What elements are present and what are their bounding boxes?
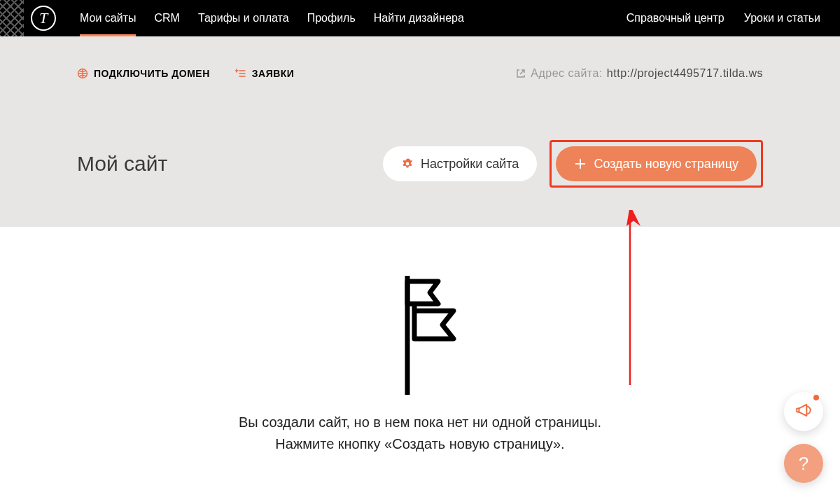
nav-pattern-decoration (0, 0, 24, 36)
gear-icon (401, 158, 414, 170)
logo-letter: T (39, 9, 48, 27)
nav-item-crm[interactable]: CRM (154, 1, 179, 36)
annotation-highlight: Создать новую страницу (550, 140, 763, 188)
help-fab-label: ? (799, 453, 808, 475)
create-page-label: Создать новую страницу (594, 157, 738, 172)
flag-icon (378, 276, 462, 395)
logo[interactable]: T (31, 6, 56, 31)
toolbar: ПОДКЛЮЧИТЬ ДОМЕН ЗАЯВКИ Адрес сайта: htt… (77, 67, 763, 80)
title-row: Мой сайт Настройки сайта Создать новую с… (77, 140, 763, 188)
nav-item-help-center[interactable]: Справочный центр (626, 1, 724, 36)
requests-label: ЗАЯВКИ (252, 68, 295, 79)
site-settings-label: Настройки сайта (421, 157, 519, 172)
nav-links: Мои сайты CRM Тарифы и оплата Профиль На… (80, 1, 464, 36)
top-nav: T Мои сайты CRM Тарифы и оплата Профиль … (0, 0, 840, 36)
page-header: ПОДКЛЮЧИТЬ ДОМЕН ЗАЯВКИ Адрес сайта: htt… (0, 36, 840, 227)
connect-domain-label: ПОДКЛЮЧИТЬ ДОМЕН (94, 68, 210, 79)
page-title: Мой сайт (77, 152, 167, 176)
site-url-value: http://project4495717.tilda.ws (607, 67, 763, 80)
empty-state-line1: Вы создали сайт, но в нем пока нет ни од… (0, 414, 840, 430)
nav-item-find-designer[interactable]: Найти дизайнера (374, 1, 464, 36)
create-page-button[interactable]: Создать новую страницу (556, 146, 757, 181)
nav-item-tutorials[interactable]: Уроки и статьи (744, 1, 820, 36)
site-url-label: Адрес сайта: (531, 67, 603, 80)
nav-item-my-sites[interactable]: Мои сайты (80, 1, 136, 36)
external-link-icon (515, 68, 526, 79)
site-settings-button[interactable]: Настройки сайта (383, 146, 537, 181)
nav-right: Справочный центр Уроки и статьи (626, 1, 820, 36)
megaphone-icon (794, 401, 813, 422)
globe-icon (77, 68, 88, 79)
help-fab[interactable]: ? (784, 444, 823, 483)
empty-state-line2: Нажмите кнопку «Создать новую страницу». (0, 436, 840, 452)
requests-link[interactable]: ЗАЯВКИ (235, 68, 295, 79)
nav-item-tariffs[interactable]: Тарифы и оплата (198, 1, 289, 36)
connect-domain-link[interactable]: ПОДКЛЮЧИТЬ ДОМЕН (77, 68, 210, 79)
list-plus-icon (235, 68, 246, 79)
nav-item-profile[interactable]: Профиль (307, 1, 356, 36)
empty-state: Вы создали сайт, но в нем пока нет ни од… (0, 227, 840, 452)
plus-icon (574, 158, 587, 170)
site-url[interactable]: Адрес сайта: http://project4495717.tilda… (515, 67, 763, 80)
announcements-fab[interactable] (784, 392, 823, 431)
